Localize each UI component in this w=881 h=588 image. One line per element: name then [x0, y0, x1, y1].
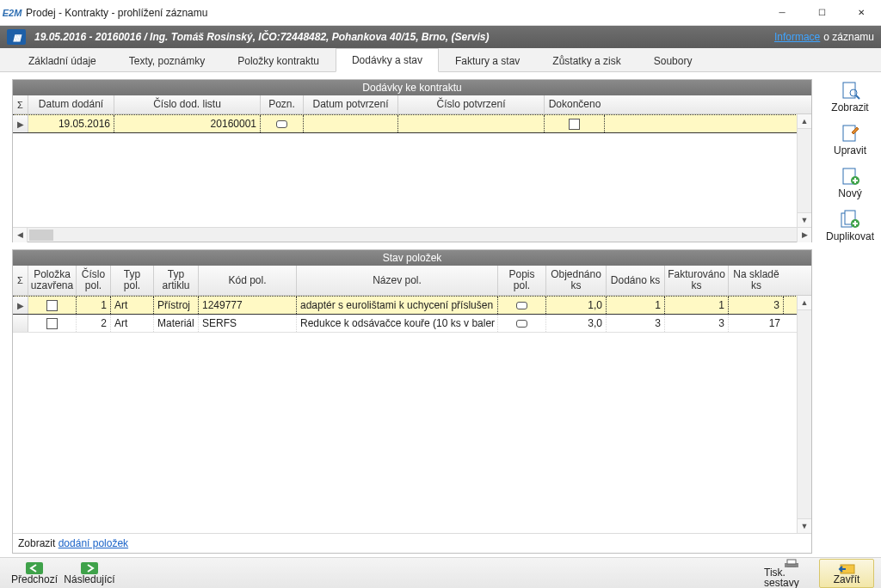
print-label: Tisk. sestavy: [764, 567, 819, 588]
col-confirm-date[interactable]: Datum potvrzení: [304, 95, 398, 113]
maximize-button[interactable]: ☐: [802, 0, 841, 26]
cell2-name: adaptér s eurolištami k uchycení přísluš…: [297, 297, 498, 314]
scroll-up-icon[interactable]: ▲: [798, 296, 811, 310]
popis-indicator: [516, 302, 527, 309]
close-window-button[interactable]: ✕: [841, 0, 881, 26]
footer-link[interactable]: dodání položek: [59, 537, 128, 549]
cell2-closed: [28, 297, 77, 314]
items-header-row: Σ Položka uzavřena Číslo pol. Typ pol. T…: [13, 266, 811, 296]
deliveries-hscroll[interactable]: ◀ ▶: [13, 227, 811, 242]
record-info-suffix: o záznamu: [823, 31, 874, 43]
cell-confirm-num: [398, 115, 545, 132]
svg-rect-9: [26, 562, 43, 574]
items-panel: Stav položek Σ Položka uzavřena Číslo po…: [12, 249, 812, 554]
close-label: Zavřít: [834, 574, 860, 585]
document-duplicate-icon: [840, 210, 860, 229]
show-button[interactable]: Zobrazit: [824, 81, 876, 113]
item-row[interactable]: ▶ 1 Art Přístroj 1249777 adaptér s eurol…: [13, 296, 811, 315]
col-sigma[interactable]: Σ: [13, 95, 28, 113]
note-indicator: [276, 120, 287, 128]
col-done[interactable]: Dokončeno: [545, 95, 605, 113]
deliveries-panel: Dodávky ke kontraktu Σ Datum dodání Čísl…: [12, 79, 812, 242]
close-button[interactable]: Zavřít: [819, 559, 874, 588]
closed-checkbox[interactable]: [46, 318, 58, 329]
tab-delivery[interactable]: Dodávky a stav: [336, 48, 439, 72]
deliveries-title: Dodávky ke kontraktu: [13, 80, 811, 95]
col2-kod[interactable]: Kód pol.: [199, 266, 297, 295]
col-note[interactable]: Pozn.: [261, 95, 304, 113]
svg-rect-10: [81, 562, 98, 574]
col2-popis[interactable]: Popis pol.: [498, 266, 546, 295]
cell-date: 19.05.2016: [28, 115, 114, 132]
col-num[interactable]: Číslo dod. listu: [114, 95, 261, 113]
item-row[interactable]: 2 Art Materiál SERFS Redukce k odsávačce…: [13, 315, 811, 333]
scroll-down-icon[interactable]: ▼: [798, 212, 811, 227]
new-button[interactable]: Nový: [824, 167, 876, 199]
tabstrip: Základní údaje Texty, poznámky Položky k…: [0, 48, 881, 72]
cell2-popis: [498, 297, 546, 314]
tab-items[interactable]: Položky kontraktu: [221, 49, 336, 72]
col2-obj[interactable]: Objednáno ks: [546, 266, 607, 295]
prev-button[interactable]: Předchozí: [7, 559, 62, 588]
app-icon: E2M: [0, 8, 24, 18]
col2-sigma[interactable]: Σ: [13, 266, 28, 295]
col2-typpol[interactable]: Typ pol.: [111, 266, 154, 295]
tab-basic[interactable]: Základní údaje: [12, 49, 113, 72]
col2-typart[interactable]: Typ artiklu: [154, 266, 199, 295]
record-info-link[interactable]: Informace: [774, 31, 820, 43]
scroll-up-icon[interactable]: ▲: [798, 114, 811, 129]
next-label: Následující: [64, 574, 114, 585]
col2-fakt[interactable]: Fakturováno ks: [665, 266, 729, 295]
print-button[interactable]: Tisk. sestavy: [764, 559, 819, 588]
printer-icon: [783, 559, 800, 567]
minimize-button[interactable]: ─: [762, 0, 802, 26]
row-indicator-icon: [13, 315, 28, 332]
tab-files[interactable]: Soubory: [638, 49, 709, 72]
cell2-typart: Materiál: [154, 315, 199, 332]
scroll-right-icon[interactable]: ▶: [797, 228, 811, 242]
col2-closed[interactable]: Položka uzavřena: [28, 266, 77, 295]
cell-note: [261, 115, 304, 132]
scroll-left-icon[interactable]: ◀: [13, 228, 28, 242]
col2-dod[interactable]: Dodáno ks: [607, 266, 665, 295]
cell2-polno: 1: [77, 297, 111, 314]
record-icon: ▦: [7, 29, 26, 45]
bottom-toolbar: Předchozí Následující Tisk. sestavy Zavř…: [0, 557, 881, 588]
duplicate-button[interactable]: Duplikovat: [824, 210, 876, 242]
hscroll-thumb[interactable]: [29, 230, 53, 241]
col-confirm-num[interactable]: Číslo potvrzení: [398, 95, 545, 113]
edit-button[interactable]: Upravit: [824, 124, 876, 156]
cell2-polno: 2: [77, 315, 111, 332]
done-checkbox[interactable]: [569, 119, 580, 130]
row-indicator-icon: ▶: [13, 115, 28, 132]
arrow-right-icon: [81, 562, 98, 574]
scroll-down-icon[interactable]: ▼: [798, 518, 811, 533]
arrow-left-icon: [26, 562, 43, 574]
cell2-obj: 3,0: [546, 315, 607, 332]
cell-num: 20160001: [114, 115, 261, 132]
svg-line-2: [856, 95, 859, 99]
col2-name[interactable]: Název pol.: [297, 266, 498, 295]
cell2-obj: 1,0: [546, 297, 607, 314]
duplicate-label: Duplikovat: [826, 230, 874, 242]
closed-checkbox[interactable]: [46, 300, 58, 311]
tab-balance[interactable]: Zůstatky a zisk: [536, 49, 637, 72]
items-vscroll[interactable]: ▲ ▼: [797, 296, 811, 533]
titlebar: E2M Prodej - Kontrakty - prohlížení zázn…: [0, 0, 881, 26]
cell2-dod: 3: [607, 315, 665, 332]
cell2-typpol: Art: [111, 315, 154, 332]
document-search-icon: [840, 81, 860, 100]
new-label: Nový: [838, 187, 861, 199]
side-toolbar: Zobrazit Upravit Nový Duplikovat: [819, 72, 881, 557]
tab-invoices[interactable]: Faktury a stav: [439, 49, 536, 72]
deliveries-vscroll[interactable]: ▲ ▼: [797, 114, 811, 227]
col-date[interactable]: Datum dodání: [28, 95, 114, 113]
col2-polno[interactable]: Číslo pol.: [77, 266, 111, 295]
next-button[interactable]: Následující: [62, 559, 117, 588]
document-new-icon: [840, 167, 860, 186]
cell2-kod: SERFS: [199, 315, 297, 332]
delivery-row[interactable]: ▶ 19.05.2016 20160001: [13, 114, 811, 133]
cell2-closed: [28, 315, 77, 332]
tab-texts[interactable]: Texty, poznámky: [113, 49, 221, 72]
col2-nask[interactable]: Na skladě ks: [729, 266, 784, 295]
